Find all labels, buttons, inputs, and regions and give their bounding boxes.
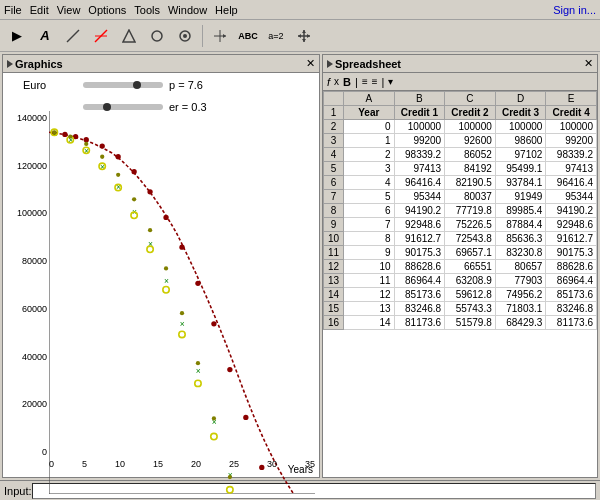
col-header-e[interactable]: E [546,92,597,106]
menu-view[interactable]: View [57,4,81,16]
cell[interactable]: 10 [344,260,395,274]
header-credit3[interactable]: Credit 3 [495,106,546,120]
cell[interactable]: 84192 [445,162,496,176]
cell[interactable]: 95344 [546,190,597,204]
sign-in-link[interactable]: Sign in... [553,4,596,16]
formula-bold-button[interactable]: B [343,76,351,88]
abc-tool-button[interactable]: ABC [235,23,261,49]
cell[interactable]: 87884.4 [495,218,546,232]
cell[interactable]: 9 [344,246,395,260]
cell[interactable]: 71803.1 [495,302,546,316]
cell[interactable]: 94190.2 [546,204,597,218]
cell[interactable]: 97413 [546,162,597,176]
graphics-close-button[interactable]: ✕ [306,57,315,70]
formula-align-left[interactable]: ≡ [362,76,368,87]
cursor-tool-button[interactable]: ▶ [4,23,30,49]
triangle-tool-button[interactable] [116,23,142,49]
cell[interactable]: 3 [344,162,395,176]
cell[interactable]: 55743.3 [445,302,496,316]
cell[interactable]: 98339.2 [394,148,445,162]
cross-line-tool-button[interactable] [88,23,114,49]
cell[interactable]: 91949 [495,190,546,204]
cell[interactable]: 100000 [394,120,445,134]
cell[interactable]: 12 [344,288,395,302]
menu-help[interactable]: Help [215,4,238,16]
cell[interactable]: 85173.6 [546,288,597,302]
cell[interactable]: 85636.3 [495,232,546,246]
cell[interactable]: 85173.6 [394,288,445,302]
cell[interactable]: 95344 [394,190,445,204]
cell[interactable]: 94190.2 [394,204,445,218]
spreadsheet-collapse-icon[interactable] [327,60,333,68]
cell[interactable]: 92948.6 [394,218,445,232]
cell[interactable]: 0 [344,120,395,134]
menu-window[interactable]: Window [168,4,207,16]
col-header-c[interactable]: C [445,92,496,106]
cell[interactable]: 97102 [495,148,546,162]
cell[interactable]: 59612.8 [445,288,496,302]
menu-edit[interactable]: Edit [30,4,49,16]
cell[interactable]: 4 [344,176,395,190]
cell[interactable]: 90175.3 [394,246,445,260]
cell[interactable]: 13 [344,302,395,316]
col-header-d[interactable]: D [495,92,546,106]
cell[interactable]: 86052 [445,148,496,162]
cell[interactable]: 99200 [546,134,597,148]
cell[interactable]: 72543.8 [445,232,496,246]
pointer-tool-button[interactable] [207,23,233,49]
cell[interactable]: 91612.7 [394,232,445,246]
cell[interactable]: 100000 [445,120,496,134]
cell[interactable]: 80037 [445,190,496,204]
col-header-b[interactable]: B [394,92,445,106]
cell[interactable]: 74956.2 [495,288,546,302]
cell[interactable]: 68429.3 [495,316,546,330]
cell[interactable]: 83230.8 [495,246,546,260]
cell[interactable]: 88628.6 [394,260,445,274]
cell[interactable]: 5 [344,190,395,204]
cell[interactable]: 96416.4 [394,176,445,190]
cell[interactable]: 86964.4 [394,274,445,288]
header-year[interactable]: Year [344,106,395,120]
cell[interactable]: 90175.3 [546,246,597,260]
formula-tool-button[interactable]: a=2 [263,23,289,49]
cell[interactable]: 82190.5 [445,176,496,190]
cell[interactable]: 93784.1 [495,176,546,190]
cell[interactable]: 8 [344,232,395,246]
cell[interactable]: 98339.2 [546,148,597,162]
cell[interactable]: 100000 [495,120,546,134]
cell[interactable]: 100000 [546,120,597,134]
cell[interactable]: 83246.8 [546,302,597,316]
dot-circle-tool-button[interactable] [172,23,198,49]
cell[interactable]: 81173.6 [394,316,445,330]
line-tool-button[interactable] [60,23,86,49]
cell[interactable]: 80657 [495,260,546,274]
cell[interactable]: 97413 [394,162,445,176]
cell[interactable]: 92600 [445,134,496,148]
cell[interactable]: 63208.9 [445,274,496,288]
formula-dropdown[interactable]: ▾ [388,76,393,87]
col-header-a[interactable]: A [344,92,395,106]
cell[interactable]: 77719.8 [445,204,496,218]
menu-options[interactable]: Options [88,4,126,16]
cell[interactable]: 89985.4 [495,204,546,218]
text-tool-button[interactable]: A [32,23,58,49]
cell[interactable]: 66551 [445,260,496,274]
menu-tools[interactable]: Tools [134,4,160,16]
cell[interactable]: 14 [344,316,395,330]
formula-align-center[interactable]: ≡ [372,76,378,87]
cell[interactable]: 69657.1 [445,246,496,260]
cell[interactable]: 51579.8 [445,316,496,330]
cell[interactable]: 98600 [495,134,546,148]
cell[interactable]: 2 [344,148,395,162]
header-credit4[interactable]: Credit 4 [546,106,597,120]
cell[interactable]: 96416.4 [546,176,597,190]
menu-file[interactable]: File [4,4,22,16]
spreadsheet-close-button[interactable]: ✕ [584,57,593,70]
move-tool-button[interactable] [291,23,317,49]
header-credit1[interactable]: Credit 1 [394,106,445,120]
header-credit2[interactable]: Credit 2 [445,106,496,120]
cell[interactable]: 6 [344,204,395,218]
cell[interactable]: 7 [344,218,395,232]
cell[interactable]: 86964.4 [546,274,597,288]
graphics-collapse-icon[interactable] [7,60,13,68]
